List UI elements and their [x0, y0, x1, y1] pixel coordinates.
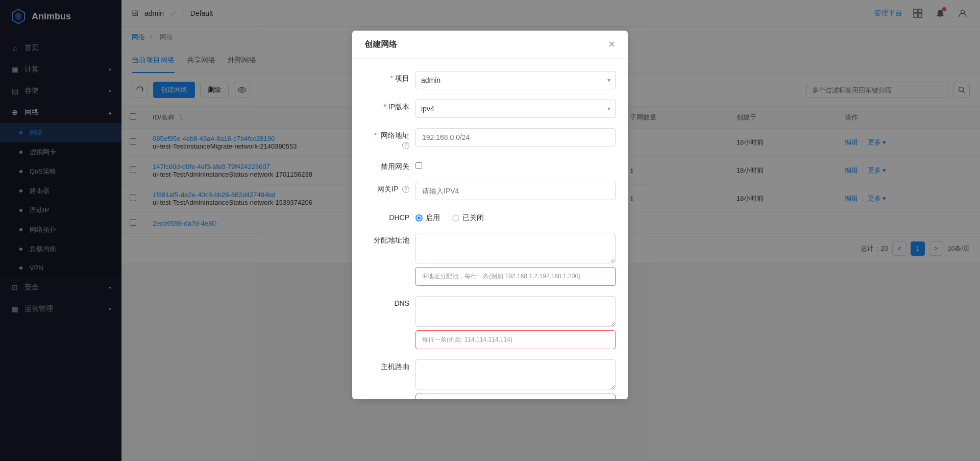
project-select[interactable]: admin: [415, 71, 616, 89]
gateway-ip-control: [415, 182, 616, 200]
network-addr-control: [415, 128, 616, 147]
disable-gateway-checkbox-wrapper: [415, 159, 616, 169]
form-item-dns: DNS 每行一条(例如: 114.114.114.114): [364, 296, 616, 349]
project-label: 项目: [364, 71, 415, 83]
modal-header: 创建网络 ✕: [352, 31, 628, 59]
form-item-dhcp: DHCP 启用 已关闭: [364, 210, 616, 223]
modal-title: 创建网络: [364, 39, 397, 50]
dhcp-control: 启用 已关闭: [415, 210, 616, 223]
modal-close-btn[interactable]: ✕: [608, 39, 616, 50]
ip-version-select[interactable]: ipv4 ipv6: [415, 100, 616, 118]
ip-version-select-wrapper: ipv4 ipv6 ▾: [415, 100, 616, 118]
gateway-ip-input[interactable]: [415, 182, 616, 200]
gateway-ip-info-icon[interactable]: ?: [402, 186, 409, 193]
alloc-pool-control: IP地址分配池，每行一条(例如 192.168.1.2,192.168.1.20…: [415, 233, 616, 286]
dns-control: 每行一条(例如: 114.114.114.114): [415, 296, 616, 349]
ip-version-label: IP版本: [364, 100, 415, 112]
network-addr-label: 网络地址 ?: [364, 128, 415, 149]
dns-label: DNS: [364, 296, 415, 307]
form-item-project: 项目 admin ▾: [364, 71, 616, 89]
form-item-alloc-pool: 分配地址池 IP地址分配池，每行一条(例如 192.168.1.2,192.16…: [364, 233, 616, 286]
dhcp-radio-group: 启用 已关闭: [415, 210, 616, 223]
alloc-pool-label: 分配地址池: [364, 233, 415, 245]
modal-overlay: 创建网络 ✕ 项目 admin ▾ IP版本: [0, 0, 980, 461]
project-select-wrapper: admin ▾: [415, 71, 616, 89]
form-item-network-addr: 网络地址 ?: [364, 128, 616, 149]
modal-body: 项目 admin ▾ IP版本 ipv4: [352, 59, 628, 399]
alloc-pool-textarea[interactable]: [415, 233, 616, 263]
disable-gateway-label: 禁用网关: [364, 159, 415, 172]
host-route-label: 主机路由: [364, 359, 415, 372]
disable-gateway-control: [415, 159, 616, 169]
network-addr-info-icon[interactable]: ?: [402, 142, 409, 149]
host-route-control: 云主机额外路由，每行一条(例如 192.168.200.0/24,10.56.1…: [415, 359, 616, 400]
dhcp-enabled-option[interactable]: 启用: [415, 213, 440, 223]
form-item-gateway-ip: 网关IP ?: [364, 182, 616, 200]
project-control: admin ▾: [415, 71, 616, 89]
dhcp-disabled-option[interactable]: 已关闭: [452, 213, 484, 223]
disable-gateway-checkbox[interactable]: [415, 162, 422, 169]
form-item-disable-gateway: 禁用网关: [364, 159, 616, 172]
dhcp-label: DHCP: [364, 210, 415, 222]
dns-hint: 每行一条(例如: 114.114.114.114): [415, 330, 616, 349]
alloc-pool-hint: IP地址分配池，每行一条(例如 192.168.1.2,192.168.1.20…: [415, 267, 616, 286]
ip-version-control: ipv4 ipv6 ▾: [415, 100, 616, 118]
dhcp-disabled-radio[interactable]: [452, 214, 459, 222]
host-route-hint: 云主机额外路由，每行一条(例如 192.168.200.0/24,10.56.1…: [415, 394, 616, 400]
gateway-ip-label: 网关IP ?: [364, 182, 415, 194]
form-item-ip-version: IP版本 ipv4 ipv6 ▾: [364, 100, 616, 118]
network-addr-input[interactable]: [415, 128, 616, 147]
form-item-host-route: 主机路由 云主机额外路由，每行一条(例如 192.168.200.0/24,10…: [364, 359, 616, 400]
dns-textarea[interactable]: [415, 296, 616, 327]
create-network-modal: 创建网络 ✕ 项目 admin ▾ IP版本: [352, 31, 628, 399]
dhcp-enabled-radio[interactable]: [415, 214, 423, 222]
host-route-textarea[interactable]: [415, 359, 616, 390]
